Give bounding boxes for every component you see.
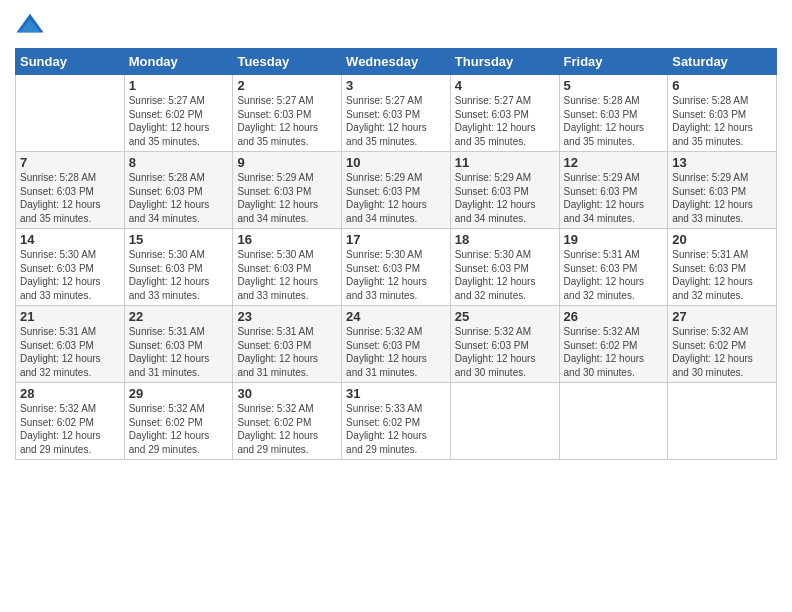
calendar-header-tuesday: Tuesday	[233, 49, 342, 75]
day-info: Sunrise: 5:30 AM Sunset: 6:03 PM Dayligh…	[346, 248, 446, 302]
day-info: Sunrise: 5:30 AM Sunset: 6:03 PM Dayligh…	[237, 248, 337, 302]
day-number: 31	[346, 386, 446, 401]
day-info: Sunrise: 5:29 AM Sunset: 6:03 PM Dayligh…	[564, 171, 664, 225]
calendar-table: SundayMondayTuesdayWednesdayThursdayFrid…	[15, 48, 777, 460]
calendar-cell: 21Sunrise: 5:31 AM Sunset: 6:03 PM Dayli…	[16, 306, 125, 383]
calendar-cell: 4Sunrise: 5:27 AM Sunset: 6:03 PM Daylig…	[450, 75, 559, 152]
calendar-week-1: 1Sunrise: 5:27 AM Sunset: 6:02 PM Daylig…	[16, 75, 777, 152]
day-info: Sunrise: 5:30 AM Sunset: 6:03 PM Dayligh…	[129, 248, 229, 302]
calendar-cell: 10Sunrise: 5:29 AM Sunset: 6:03 PM Dayli…	[342, 152, 451, 229]
day-info: Sunrise: 5:32 AM Sunset: 6:02 PM Dayligh…	[129, 402, 229, 456]
day-info: Sunrise: 5:28 AM Sunset: 6:03 PM Dayligh…	[20, 171, 120, 225]
day-number: 19	[564, 232, 664, 247]
day-number: 24	[346, 309, 446, 324]
day-info: Sunrise: 5:31 AM Sunset: 6:03 PM Dayligh…	[20, 325, 120, 379]
calendar-header-monday: Monday	[124, 49, 233, 75]
day-info: Sunrise: 5:33 AM Sunset: 6:02 PM Dayligh…	[346, 402, 446, 456]
day-number: 9	[237, 155, 337, 170]
calendar-cell: 16Sunrise: 5:30 AM Sunset: 6:03 PM Dayli…	[233, 229, 342, 306]
day-info: Sunrise: 5:30 AM Sunset: 6:03 PM Dayligh…	[455, 248, 555, 302]
day-info: Sunrise: 5:32 AM Sunset: 6:02 PM Dayligh…	[20, 402, 120, 456]
calendar-cell: 7Sunrise: 5:28 AM Sunset: 6:03 PM Daylig…	[16, 152, 125, 229]
day-number: 1	[129, 78, 229, 93]
calendar-cell: 1Sunrise: 5:27 AM Sunset: 6:02 PM Daylig…	[124, 75, 233, 152]
day-number: 8	[129, 155, 229, 170]
day-info: Sunrise: 5:28 AM Sunset: 6:03 PM Dayligh…	[129, 171, 229, 225]
calendar-cell: 11Sunrise: 5:29 AM Sunset: 6:03 PM Dayli…	[450, 152, 559, 229]
day-info: Sunrise: 5:27 AM Sunset: 6:03 PM Dayligh…	[346, 94, 446, 148]
day-number: 25	[455, 309, 555, 324]
calendar-header-thursday: Thursday	[450, 49, 559, 75]
calendar-cell: 14Sunrise: 5:30 AM Sunset: 6:03 PM Dayli…	[16, 229, 125, 306]
day-number: 11	[455, 155, 555, 170]
calendar-cell: 19Sunrise: 5:31 AM Sunset: 6:03 PM Dayli…	[559, 229, 668, 306]
calendar-cell: 5Sunrise: 5:28 AM Sunset: 6:03 PM Daylig…	[559, 75, 668, 152]
day-number: 3	[346, 78, 446, 93]
day-number: 18	[455, 232, 555, 247]
calendar-cell: 6Sunrise: 5:28 AM Sunset: 6:03 PM Daylig…	[668, 75, 777, 152]
day-number: 22	[129, 309, 229, 324]
calendar-cell: 27Sunrise: 5:32 AM Sunset: 6:02 PM Dayli…	[668, 306, 777, 383]
day-info: Sunrise: 5:29 AM Sunset: 6:03 PM Dayligh…	[672, 171, 772, 225]
day-info: Sunrise: 5:31 AM Sunset: 6:03 PM Dayligh…	[237, 325, 337, 379]
calendar-cell: 20Sunrise: 5:31 AM Sunset: 6:03 PM Dayli…	[668, 229, 777, 306]
calendar-week-3: 14Sunrise: 5:30 AM Sunset: 6:03 PM Dayli…	[16, 229, 777, 306]
day-number: 6	[672, 78, 772, 93]
day-number: 27	[672, 309, 772, 324]
calendar-cell: 17Sunrise: 5:30 AM Sunset: 6:03 PM Dayli…	[342, 229, 451, 306]
calendar-cell	[668, 383, 777, 460]
calendar-cell: 25Sunrise: 5:32 AM Sunset: 6:03 PM Dayli…	[450, 306, 559, 383]
calendar-cell: 2Sunrise: 5:27 AM Sunset: 6:03 PM Daylig…	[233, 75, 342, 152]
day-number: 15	[129, 232, 229, 247]
calendar-week-5: 28Sunrise: 5:32 AM Sunset: 6:02 PM Dayli…	[16, 383, 777, 460]
day-number: 28	[20, 386, 120, 401]
day-number: 2	[237, 78, 337, 93]
calendar-header-friday: Friday	[559, 49, 668, 75]
day-number: 30	[237, 386, 337, 401]
day-info: Sunrise: 5:28 AM Sunset: 6:03 PM Dayligh…	[672, 94, 772, 148]
calendar-cell: 13Sunrise: 5:29 AM Sunset: 6:03 PM Dayli…	[668, 152, 777, 229]
day-info: Sunrise: 5:32 AM Sunset: 6:03 PM Dayligh…	[455, 325, 555, 379]
day-number: 7	[20, 155, 120, 170]
calendar-cell: 12Sunrise: 5:29 AM Sunset: 6:03 PM Dayli…	[559, 152, 668, 229]
day-number: 16	[237, 232, 337, 247]
day-info: Sunrise: 5:31 AM Sunset: 6:03 PM Dayligh…	[129, 325, 229, 379]
logo-icon	[15, 10, 45, 40]
day-number: 17	[346, 232, 446, 247]
day-number: 21	[20, 309, 120, 324]
day-number: 26	[564, 309, 664, 324]
calendar-cell: 31Sunrise: 5:33 AM Sunset: 6:02 PM Dayli…	[342, 383, 451, 460]
day-info: Sunrise: 5:32 AM Sunset: 6:02 PM Dayligh…	[564, 325, 664, 379]
calendar-cell: 8Sunrise: 5:28 AM Sunset: 6:03 PM Daylig…	[124, 152, 233, 229]
page-header	[15, 10, 777, 40]
calendar-cell: 9Sunrise: 5:29 AM Sunset: 6:03 PM Daylig…	[233, 152, 342, 229]
logo	[15, 10, 49, 40]
day-info: Sunrise: 5:32 AM Sunset: 6:02 PM Dayligh…	[672, 325, 772, 379]
calendar-cell	[16, 75, 125, 152]
calendar-header-wednesday: Wednesday	[342, 49, 451, 75]
calendar-header-saturday: Saturday	[668, 49, 777, 75]
day-info: Sunrise: 5:29 AM Sunset: 6:03 PM Dayligh…	[346, 171, 446, 225]
day-info: Sunrise: 5:27 AM Sunset: 6:03 PM Dayligh…	[455, 94, 555, 148]
calendar-cell	[559, 383, 668, 460]
calendar-cell: 29Sunrise: 5:32 AM Sunset: 6:02 PM Dayli…	[124, 383, 233, 460]
day-number: 13	[672, 155, 772, 170]
day-info: Sunrise: 5:27 AM Sunset: 6:03 PM Dayligh…	[237, 94, 337, 148]
day-number: 5	[564, 78, 664, 93]
calendar-cell: 15Sunrise: 5:30 AM Sunset: 6:03 PM Dayli…	[124, 229, 233, 306]
calendar-week-4: 21Sunrise: 5:31 AM Sunset: 6:03 PM Dayli…	[16, 306, 777, 383]
day-info: Sunrise: 5:28 AM Sunset: 6:03 PM Dayligh…	[564, 94, 664, 148]
calendar-cell: 3Sunrise: 5:27 AM Sunset: 6:03 PM Daylig…	[342, 75, 451, 152]
day-info: Sunrise: 5:31 AM Sunset: 6:03 PM Dayligh…	[564, 248, 664, 302]
day-number: 4	[455, 78, 555, 93]
calendar-header-row: SundayMondayTuesdayWednesdayThursdayFrid…	[16, 49, 777, 75]
calendar-cell	[450, 383, 559, 460]
day-number: 14	[20, 232, 120, 247]
calendar-cell: 18Sunrise: 5:30 AM Sunset: 6:03 PM Dayli…	[450, 229, 559, 306]
day-info: Sunrise: 5:32 AM Sunset: 6:03 PM Dayligh…	[346, 325, 446, 379]
day-info: Sunrise: 5:32 AM Sunset: 6:02 PM Dayligh…	[237, 402, 337, 456]
day-number: 10	[346, 155, 446, 170]
day-number: 20	[672, 232, 772, 247]
day-info: Sunrise: 5:29 AM Sunset: 6:03 PM Dayligh…	[455, 171, 555, 225]
day-info: Sunrise: 5:29 AM Sunset: 6:03 PM Dayligh…	[237, 171, 337, 225]
